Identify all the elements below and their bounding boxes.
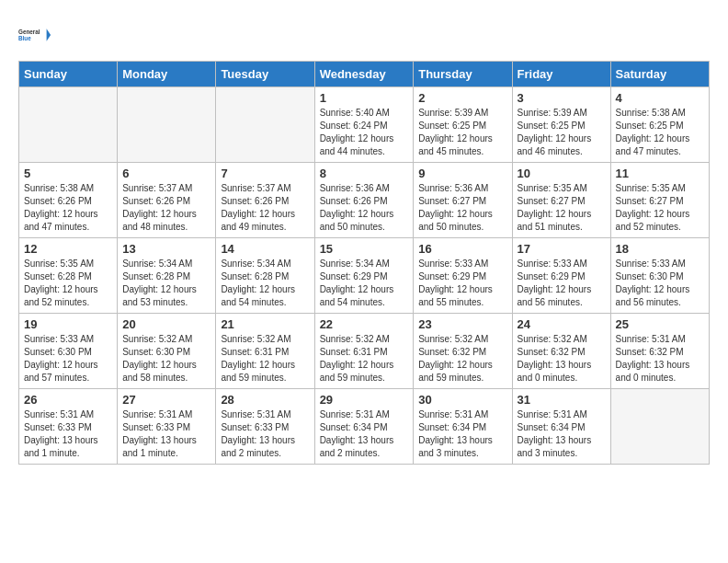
day-number: 9 [418,167,506,180]
calendar-cell [216,87,314,163]
day-number: 30 [418,393,506,407]
calendar-cell: 31Sunrise: 5:31 AM Sunset: 6:34 PM Dayli… [512,389,610,465]
calendar-cell: 5Sunrise: 5:38 AM Sunset: 6:26 PM Daylig… [19,163,118,238]
calendar-week-row: 1Sunrise: 5:40 AM Sunset: 6:24 PM Daylig… [19,87,710,163]
day-info: Sunrise: 5:33 AM Sunset: 6:29 PM Dayligh… [518,258,606,309]
calendar-cell: 17Sunrise: 5:33 AM Sunset: 6:29 PM Dayli… [512,238,610,314]
day-info: Sunrise: 5:35 AM Sunset: 6:27 PM Dayligh… [616,182,704,234]
day-number: 17 [518,242,606,256]
day-number: 16 [418,242,506,256]
svg-text:Blue: Blue [18,35,31,41]
calendar-cell: 19Sunrise: 5:33 AM Sunset: 6:30 PM Dayli… [19,314,118,389]
page-header: GeneralBlue [18,18,710,52]
calendar-cell: 21Sunrise: 5:32 AM Sunset: 6:31 PM Dayli… [216,314,314,389]
weekday-header-tuesday: Tuesday [216,62,314,87]
calendar-cell: 4Sunrise: 5:38 AM Sunset: 6:25 PM Daylig… [610,87,709,163]
day-info: Sunrise: 5:37 AM Sunset: 6:26 PM Dayligh… [122,182,210,234]
day-info: Sunrise: 5:39 AM Sunset: 6:25 PM Dayligh… [418,107,506,158]
day-number: 22 [320,317,409,331]
day-info: Sunrise: 5:32 AM Sunset: 6:32 PM Dayligh… [418,333,506,385]
day-number: 26 [24,393,112,407]
day-info: Sunrise: 5:31 AM Sunset: 6:34 PM Dayligh… [518,408,606,460]
day-info: Sunrise: 5:33 AM Sunset: 6:29 PM Dayligh… [418,258,506,309]
day-number: 25 [616,317,704,331]
day-info: Sunrise: 5:32 AM Sunset: 6:31 PM Dayligh… [221,333,309,385]
weekday-header-sunday: Sunday [19,62,118,87]
day-number: 6 [122,167,210,180]
calendar-week-row: 19Sunrise: 5:33 AM Sunset: 6:30 PM Dayli… [19,314,710,389]
calendar-cell: 25Sunrise: 5:31 AM Sunset: 6:32 PM Dayli… [610,314,709,389]
calendar-cell: 23Sunrise: 5:32 AM Sunset: 6:32 PM Dayli… [414,314,512,389]
calendar-cell: 6Sunrise: 5:37 AM Sunset: 6:26 PM Daylig… [118,163,216,238]
weekday-header-monday: Monday [118,62,216,87]
calendar-cell: 26Sunrise: 5:31 AM Sunset: 6:33 PM Dayli… [19,389,118,465]
calendar-cell: 24Sunrise: 5:32 AM Sunset: 6:32 PM Dayli… [512,314,610,389]
logo-icon: GeneralBlue [18,18,51,52]
weekday-header-saturday: Saturday [610,62,709,87]
calendar-cell [118,87,216,163]
calendar-cell: 9Sunrise: 5:36 AM Sunset: 6:27 PM Daylig… [414,163,512,238]
calendar-cell [19,87,118,163]
day-info: Sunrise: 5:32 AM Sunset: 6:30 PM Dayligh… [122,333,210,385]
weekday-header-thursday: Thursday [414,62,512,87]
day-info: Sunrise: 5:34 AM Sunset: 6:28 PM Dayligh… [122,258,210,309]
day-number: 3 [518,91,606,105]
day-number: 4 [616,91,704,105]
day-number: 29 [320,393,409,407]
day-info: Sunrise: 5:34 AM Sunset: 6:28 PM Dayligh… [221,258,309,309]
calendar-cell: 22Sunrise: 5:32 AM Sunset: 6:31 PM Dayli… [314,314,414,389]
day-number: 21 [221,317,309,331]
day-info: Sunrise: 5:35 AM Sunset: 6:28 PM Dayligh… [24,258,112,309]
day-info: Sunrise: 5:39 AM Sunset: 6:25 PM Dayligh… [518,107,606,158]
calendar-cell: 29Sunrise: 5:31 AM Sunset: 6:34 PM Dayli… [314,389,414,465]
day-number: 20 [122,317,210,331]
day-number: 27 [122,393,210,407]
day-info: Sunrise: 5:31 AM Sunset: 6:33 PM Dayligh… [122,408,210,460]
calendar-cell: 8Sunrise: 5:36 AM Sunset: 6:26 PM Daylig… [314,163,414,238]
day-number: 14 [221,242,309,256]
day-number: 7 [221,167,309,180]
day-number: 18 [616,242,704,256]
day-info: Sunrise: 5:40 AM Sunset: 6:24 PM Dayligh… [320,107,409,158]
day-info: Sunrise: 5:36 AM Sunset: 6:27 PM Dayligh… [418,182,506,234]
calendar-table: SundayMondayTuesdayWednesdayThursdayFrid… [18,61,710,465]
calendar-cell: 30Sunrise: 5:31 AM Sunset: 6:34 PM Dayli… [414,389,512,465]
day-info: Sunrise: 5:31 AM Sunset: 6:34 PM Dayligh… [320,408,409,460]
day-number: 13 [122,242,210,256]
calendar-cell: 3Sunrise: 5:39 AM Sunset: 6:25 PM Daylig… [512,87,610,163]
day-number: 10 [518,167,606,180]
day-number: 12 [24,242,112,256]
day-number: 11 [616,167,704,180]
calendar-cell: 14Sunrise: 5:34 AM Sunset: 6:28 PM Dayli… [216,238,314,314]
calendar-cell: 27Sunrise: 5:31 AM Sunset: 6:33 PM Dayli… [118,389,216,465]
day-info: Sunrise: 5:33 AM Sunset: 6:30 PM Dayligh… [24,333,112,385]
day-info: Sunrise: 5:31 AM Sunset: 6:32 PM Dayligh… [616,333,704,385]
day-info: Sunrise: 5:31 AM Sunset: 6:34 PM Dayligh… [418,408,506,460]
day-info: Sunrise: 5:34 AM Sunset: 6:29 PM Dayligh… [320,258,409,309]
day-info: Sunrise: 5:38 AM Sunset: 6:25 PM Dayligh… [616,107,704,158]
day-info: Sunrise: 5:32 AM Sunset: 6:31 PM Dayligh… [320,333,409,385]
calendar-cell: 16Sunrise: 5:33 AM Sunset: 6:29 PM Dayli… [414,238,512,314]
weekday-header-row: SundayMondayTuesdayWednesdayThursdayFrid… [19,62,710,87]
calendar-cell: 20Sunrise: 5:32 AM Sunset: 6:30 PM Dayli… [118,314,216,389]
day-info: Sunrise: 5:37 AM Sunset: 6:26 PM Dayligh… [221,182,309,234]
calendar-cell: 12Sunrise: 5:35 AM Sunset: 6:28 PM Dayli… [19,238,118,314]
day-info: Sunrise: 5:33 AM Sunset: 6:30 PM Dayligh… [616,258,704,309]
logo: GeneralBlue [18,18,55,52]
day-number: 23 [418,317,506,331]
calendar-week-row: 12Sunrise: 5:35 AM Sunset: 6:28 PM Dayli… [19,238,710,314]
calendar-cell: 18Sunrise: 5:33 AM Sunset: 6:30 PM Dayli… [610,238,709,314]
svg-marker-2 [47,29,51,41]
day-number: 15 [320,242,409,256]
day-info: Sunrise: 5:31 AM Sunset: 6:33 PM Dayligh… [24,408,112,460]
calendar-cell: 15Sunrise: 5:34 AM Sunset: 6:29 PM Dayli… [314,238,414,314]
weekday-header-friday: Friday [512,62,610,87]
calendar-week-row: 5Sunrise: 5:38 AM Sunset: 6:26 PM Daylig… [19,163,710,238]
calendar-cell: 2Sunrise: 5:39 AM Sunset: 6:25 PM Daylig… [414,87,512,163]
calendar-cell [610,389,709,465]
calendar-cell: 13Sunrise: 5:34 AM Sunset: 6:28 PM Dayli… [118,238,216,314]
calendar-cell: 28Sunrise: 5:31 AM Sunset: 6:33 PM Dayli… [216,389,314,465]
day-number: 2 [418,91,506,105]
calendar-cell: 11Sunrise: 5:35 AM Sunset: 6:27 PM Dayli… [610,163,709,238]
day-info: Sunrise: 5:35 AM Sunset: 6:27 PM Dayligh… [518,182,606,234]
